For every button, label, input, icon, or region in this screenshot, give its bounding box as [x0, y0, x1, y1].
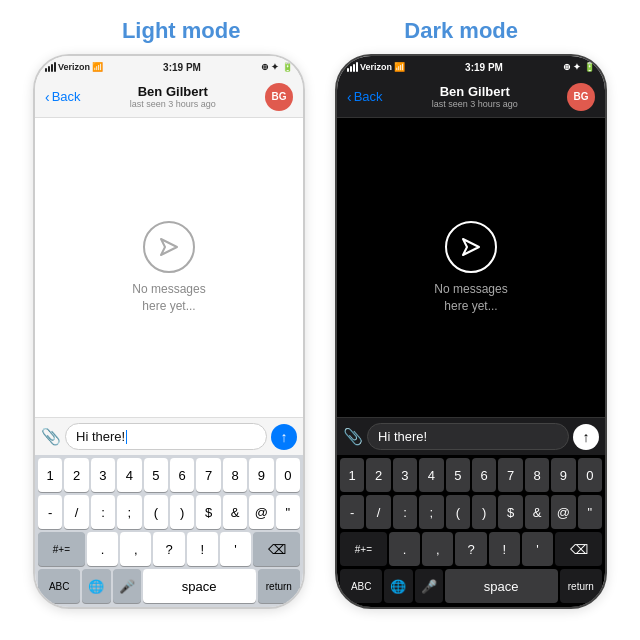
key-question-dark[interactable]: ?: [455, 532, 486, 566]
key-6-dark[interactable]: 6: [472, 458, 496, 492]
send-svg-light: [157, 235, 181, 259]
input-value-light: Hi there!: [76, 429, 125, 444]
key-amp-light[interactable]: &: [223, 495, 247, 529]
dark-phone: Verizon 📶 3:19 PM ⊕ ✦ 🔋 ‹ Back Ben Gilbe…: [335, 54, 607, 609]
key-mic-dark[interactable]: 🎤: [415, 569, 443, 603]
attach-icon-light[interactable]: 📎: [41, 427, 61, 446]
keyboard-light: 1 2 3 4 5 6 7 8 9 0 - / : ; ( ): [35, 455, 303, 607]
key-apos-dark[interactable]: ': [522, 532, 553, 566]
key-abc-light[interactable]: ABC: [38, 569, 80, 603]
key-3-light[interactable]: 3: [91, 458, 115, 492]
key-4-dark[interactable]: 4: [419, 458, 443, 492]
key-dollar-dark[interactable]: $: [498, 495, 522, 529]
key-semi-dark[interactable]: ;: [419, 495, 443, 529]
key-abc-dark[interactable]: ABC: [340, 569, 382, 603]
titles-row: Light mode Dark mode: [0, 0, 640, 54]
key-9-light[interactable]: 9: [249, 458, 273, 492]
key-7-light[interactable]: 7: [196, 458, 220, 492]
key-4-light[interactable]: 4: [117, 458, 141, 492]
key-6-light[interactable]: 6: [170, 458, 194, 492]
key-delete-light[interactable]: ⌫: [253, 532, 300, 566]
key-5-light[interactable]: 5: [144, 458, 168, 492]
key-rp-light[interactable]: ): [170, 495, 194, 529]
nav-center-dark: Ben Gilbert last seen 3 hours ago: [432, 84, 518, 109]
key-2-light[interactable]: 2: [64, 458, 88, 492]
kb-row4-light: ABC 🌐 🎤 space return: [35, 566, 303, 607]
key-3-dark[interactable]: 3: [393, 458, 417, 492]
message-input-light[interactable]: Hi there!: [65, 423, 267, 450]
key-question-light[interactable]: ?: [153, 532, 184, 566]
key-dot-dark[interactable]: .: [389, 532, 420, 566]
kb-row4-dark: ABC 🌐 🎤 space return: [337, 566, 605, 607]
key-delete-dark[interactable]: ⌫: [555, 532, 602, 566]
key-2-dark[interactable]: 2: [366, 458, 390, 492]
key-colon-dark[interactable]: :: [393, 495, 417, 529]
key-slash-dark[interactable]: /: [366, 495, 390, 529]
key-quote-dark[interactable]: ": [578, 495, 602, 529]
key-globe-light[interactable]: 🌐: [82, 569, 110, 603]
key-1-dark[interactable]: 1: [340, 458, 364, 492]
empty-state-dark: No messageshere yet...: [434, 221, 507, 315]
key-dash-light[interactable]: -: [38, 495, 62, 529]
dark-mode-title: Dark mode: [404, 18, 518, 44]
back-button-dark[interactable]: ‹ Back: [347, 89, 383, 105]
attach-icon-dark[interactable]: 📎: [343, 427, 363, 446]
empty-text-light: No messageshere yet...: [132, 281, 205, 315]
avatar-dark[interactable]: BG: [567, 83, 595, 111]
key-5-dark[interactable]: 5: [446, 458, 470, 492]
key-comma-dark[interactable]: ,: [422, 532, 453, 566]
key-colon-light[interactable]: :: [91, 495, 115, 529]
key-comma-light[interactable]: ,: [120, 532, 151, 566]
key-0-dark[interactable]: 0: [578, 458, 602, 492]
message-input-dark[interactable]: Hi there!: [367, 423, 569, 450]
key-9-dark[interactable]: 9: [551, 458, 575, 492]
key-hashtag-dark[interactable]: #+=: [340, 532, 387, 566]
key-lp-dark[interactable]: (: [446, 495, 470, 529]
key-space-dark[interactable]: space: [445, 569, 558, 603]
send-button-light[interactable]: ↑: [271, 424, 297, 450]
back-button-light[interactable]: ‹ Back: [45, 89, 81, 105]
dark-nav-bar: ‹ Back Ben Gilbert last seen 3 hours ago…: [337, 76, 605, 118]
input-area-light: 📎 Hi there! ↑: [35, 417, 303, 455]
bar1d: [347, 68, 349, 72]
avatar-light[interactable]: BG: [265, 83, 293, 111]
key-8-light[interactable]: 8: [223, 458, 247, 492]
key-exclaim-dark[interactable]: !: [489, 532, 520, 566]
key-return-dark[interactable]: return: [560, 569, 602, 603]
bar3: [51, 64, 53, 72]
key-8-dark[interactable]: 8: [525, 458, 549, 492]
key-mic-light[interactable]: 🎤: [113, 569, 141, 603]
key-apos-light[interactable]: ': [220, 532, 251, 566]
key-dash-dark[interactable]: -: [340, 495, 364, 529]
key-0-light[interactable]: 0: [276, 458, 300, 492]
key-7-dark[interactable]: 7: [498, 458, 522, 492]
key-globe-dark[interactable]: 🌐: [384, 569, 412, 603]
status-right-light: ⊕ ✦ 🔋: [261, 62, 293, 72]
key-1-light[interactable]: 1: [38, 458, 62, 492]
wifi-dark: 📶: [394, 62, 405, 72]
back-label-light: Back: [52, 89, 81, 104]
light-status-bar: Verizon 📶 3:19 PM ⊕ ✦ 🔋: [35, 56, 303, 76]
key-space-light[interactable]: space: [143, 569, 256, 603]
page-container: Light mode Dark mode Verizon 📶 3:19 PM: [0, 0, 640, 640]
key-return-light[interactable]: return: [258, 569, 300, 603]
key-rp-dark[interactable]: ): [472, 495, 496, 529]
bar2: [48, 66, 50, 72]
key-at-light[interactable]: @: [249, 495, 273, 529]
key-slash-light[interactable]: /: [64, 495, 88, 529]
light-mode-title: Light mode: [122, 18, 241, 44]
empty-state-light: No messageshere yet...: [132, 221, 205, 315]
key-dollar-light[interactable]: $: [196, 495, 220, 529]
key-at-dark[interactable]: @: [551, 495, 575, 529]
key-semi-light[interactable]: ;: [117, 495, 141, 529]
kb-row3-dark: #+= . , ? ! ' ⌫: [337, 529, 605, 566]
key-dot-light[interactable]: .: [87, 532, 118, 566]
key-quote-light[interactable]: ": [276, 495, 300, 529]
key-amp-dark[interactable]: &: [525, 495, 549, 529]
chevron-left-icon-light: ‹: [45, 89, 50, 105]
key-hashtag-light[interactable]: #+=: [38, 532, 85, 566]
icons-dark: ⊕ ✦ 🔋: [563, 62, 595, 72]
key-exclaim-light[interactable]: !: [187, 532, 218, 566]
send-button-dark[interactable]: ↑: [573, 424, 599, 450]
key-lp-light[interactable]: (: [144, 495, 168, 529]
